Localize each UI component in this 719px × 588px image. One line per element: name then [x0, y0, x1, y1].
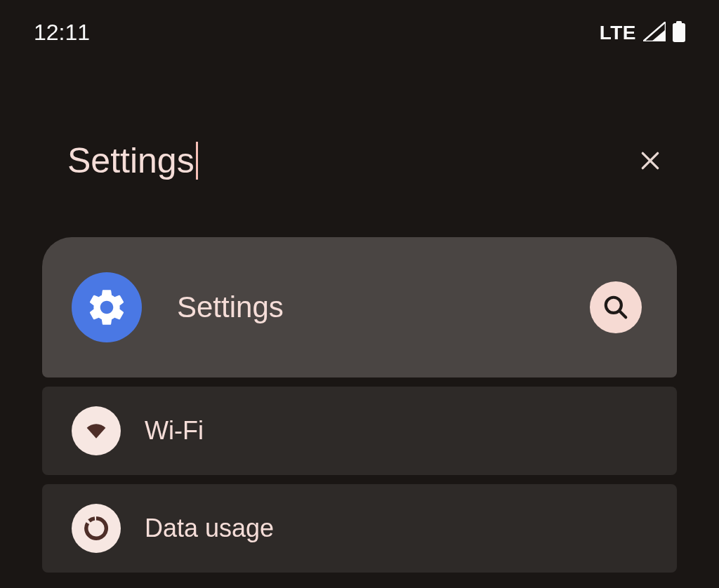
search-in-app-button[interactable] — [590, 281, 642, 333]
close-icon — [639, 149, 661, 172]
wifi-setting-icon — [72, 406, 121, 455]
status-icons: LTE — [600, 21, 685, 45]
svg-rect-1 — [676, 21, 682, 24]
search-icon — [602, 294, 629, 321]
text-cursor — [196, 142, 198, 180]
result-label: Settings — [177, 290, 590, 324]
status-time: 12:11 — [34, 20, 90, 46]
result-label: Wi-Fi — [145, 416, 647, 446]
data-usage-setting-icon — [72, 504, 121, 553]
svg-line-4 — [619, 311, 626, 317]
wifi-icon — [82, 417, 110, 445]
signal-icon — [643, 22, 666, 44]
gear-icon — [85, 286, 128, 329]
search-input[interactable]: Settings — [67, 140, 198, 181]
result-wifi[interactable]: Wi-Fi — [42, 387, 677, 475]
result-label: Data usage — [145, 514, 647, 543]
battery-icon — [673, 21, 685, 45]
clear-search-button[interactable] — [639, 149, 661, 172]
settings-app-icon — [72, 272, 142, 342]
result-settings[interactable]: Settings — [42, 237, 677, 377]
network-label: LTE — [600, 22, 636, 44]
svg-rect-0 — [673, 23, 685, 42]
status-bar: 12:11 LTE — [0, 0, 719, 53]
svg-point-2 — [104, 305, 110, 310]
result-data-usage[interactable]: Data usage — [42, 484, 677, 573]
search-results: Settings Wi-Fi Data usage — [0, 216, 719, 573]
search-header: Settings — [0, 53, 719, 216]
data-usage-icon — [83, 515, 110, 542]
search-query-text: Settings — [67, 140, 194, 181]
